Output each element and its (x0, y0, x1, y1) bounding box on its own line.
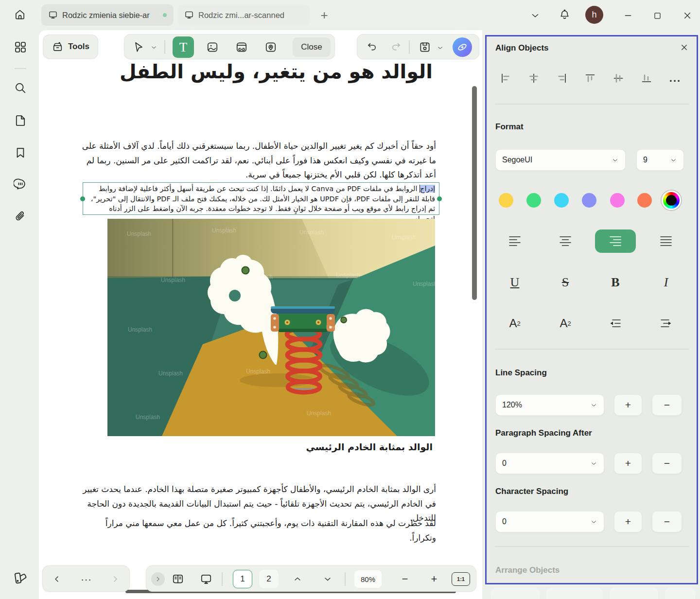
outdent-button[interactable] (595, 312, 636, 335)
sidebar-item-attachments[interactable] (13, 209, 28, 224)
font-name: SegoeUI (502, 156, 532, 164)
page-2-button[interactable]: 2 (259, 570, 279, 588)
save-options-chevron[interactable] (435, 43, 445, 53)
maximize-button[interactable] (649, 8, 665, 23)
doc-image[interactable]: Unsplash Unsplash Unsplash Unsplash Unsp… (107, 219, 435, 436)
tools-button[interactable]: Tools (43, 35, 98, 59)
underline-button[interactable]: U (494, 271, 535, 294)
textbox-handle-right[interactable] (437, 196, 442, 201)
color-swatch-yellow[interactable] (499, 193, 513, 208)
tab-document-1[interactable]: Rodzic zmienia siebie-ar (41, 4, 174, 26)
line-spacing-increase-button[interactable]: + (614, 394, 642, 416)
align-right-button[interactable] (552, 69, 572, 88)
color-wheel-icon (663, 192, 680, 209)
paragraph-spacing-select[interactable]: 0 (495, 453, 604, 474)
text-align-right-button[interactable] (595, 229, 636, 253)
sidebar-item-pages[interactable] (13, 113, 28, 128)
save-button[interactable] (418, 40, 432, 54)
text-align-center-button[interactable] (545, 229, 586, 253)
partial-button[interactable] (665, 587, 695, 599)
ai-assistant-button[interactable] (453, 37, 472, 57)
sidebar-item-comments[interactable] (13, 177, 28, 192)
align-middle-v-button[interactable] (609, 69, 628, 88)
select-tool-button[interactable] (131, 40, 146, 54)
next-button[interactable] (109, 573, 122, 585)
strikethrough-glyph: S (562, 275, 569, 290)
watermark-text: Unsplash (336, 272, 360, 279)
sidebar-item-search[interactable] (13, 81, 28, 95)
align-center-h-button[interactable] (524, 69, 543, 88)
text-align-left-button[interactable] (494, 229, 535, 253)
zoom-in-button[interactable]: + (427, 572, 441, 586)
avatar[interactable]: h (585, 6, 603, 24)
font-size-select[interactable]: 9 (636, 149, 684, 171)
vertical-scrollbar[interactable] (472, 86, 477, 300)
image-tool-button[interactable] (205, 40, 220, 54)
close-edit-button[interactable]: Close (293, 37, 331, 57)
scroll-up-button[interactable] (291, 573, 304, 585)
notifications-button[interactable] (557, 7, 572, 22)
expand-panel-button[interactable] (151, 572, 165, 586)
zoom-level[interactable]: 80% (354, 570, 382, 588)
page-1-button[interactable]: 1 (233, 570, 252, 588)
line-spacing-decrease-button[interactable]: − (652, 394, 682, 416)
sidebar-item-apps[interactable] (13, 40, 28, 54)
redo-button[interactable] (389, 41, 403, 53)
sidebar-item-swatches[interactable] (13, 571, 28, 585)
more-pages-button[interactable]: ... (75, 570, 98, 584)
partial-button[interactable] (546, 587, 603, 599)
doc-paragraph-3: لقد خطرت لي هذه المقارنة التقنية ذات يوم… (80, 516, 436, 545)
window-menu-button[interactable] (528, 8, 542, 23)
selected-textbox[interactable]: إدراج الروابط في ملفات PDF من Canva لا ي… (83, 182, 439, 215)
color-swatch-purple[interactable] (582, 193, 596, 208)
location-tool-button[interactable] (263, 40, 278, 54)
undo-button[interactable] (365, 41, 379, 53)
tab-document-2[interactable]: Rodzic zmi...ar-scanned (177, 4, 310, 26)
align-left-button[interactable] (496, 69, 515, 88)
paragraph-spacing-decrease-button[interactable]: − (652, 453, 682, 474)
select-tool-chevron[interactable] (149, 42, 158, 52)
superscript-button[interactable]: A2 (494, 312, 535, 335)
actual-size-button[interactable]: 1:1 (452, 572, 470, 586)
align-top-button[interactable] (580, 69, 600, 88)
prev-button[interactable] (51, 573, 63, 585)
zoom-out-button[interactable]: − (398, 572, 412, 586)
color-swatch-pink[interactable] (610, 193, 625, 208)
bold-button[interactable]: B (595, 271, 636, 294)
character-spacing-value: 0 (502, 517, 507, 526)
close-panel-button[interactable] (677, 40, 691, 54)
subscript-button[interactable]: A2 (545, 312, 586, 335)
character-spacing-select[interactable]: 0 (495, 511, 604, 532)
color-swatch-cyan[interactable] (554, 193, 569, 208)
more-align-button[interactable]: ... (665, 69, 685, 88)
sidebar-item-bookmarks[interactable] (13, 145, 28, 160)
indent-button[interactable] (646, 312, 686, 335)
thumbnails-button[interactable] (171, 572, 185, 586)
textbox-handle-left[interactable] (80, 196, 85, 201)
color-swatch-coral[interactable] (637, 193, 652, 208)
font-select[interactable]: SegoeUI (495, 149, 626, 171)
line-spacing-select[interactable]: 120% (495, 394, 604, 416)
minimize-button[interactable] (620, 8, 636, 23)
link-tool-button[interactable] (234, 40, 249, 54)
scroll-down-button[interactable] (321, 573, 334, 585)
pointer-icon (132, 41, 145, 53)
home-button[interactable] (11, 5, 29, 24)
link-icon (235, 41, 248, 53)
text-tool-button[interactable]: T (173, 36, 194, 58)
partial-button[interactable] (491, 587, 540, 599)
strikethrough-button[interactable]: S (545, 271, 586, 294)
text-align-justify-button[interactable] (646, 229, 686, 253)
align-bottom-button[interactable] (637, 69, 656, 88)
color-swatch-green[interactable] (526, 193, 541, 208)
color-wheel-button[interactable] (661, 190, 682, 211)
close-window-button[interactable] (680, 8, 695, 23)
partial-button[interactable] (610, 587, 658, 599)
character-spacing-decrease-button[interactable]: − (652, 511, 682, 532)
character-spacing-increase-button[interactable]: + (614, 511, 642, 532)
paragraph-spacing-increase-button[interactable]: + (614, 453, 642, 474)
italic-button[interactable]: I (646, 271, 686, 294)
presentation-button[interactable] (199, 572, 213, 586)
presentation-icon (200, 573, 212, 585)
new-tab-button[interactable]: + (316, 7, 332, 23)
